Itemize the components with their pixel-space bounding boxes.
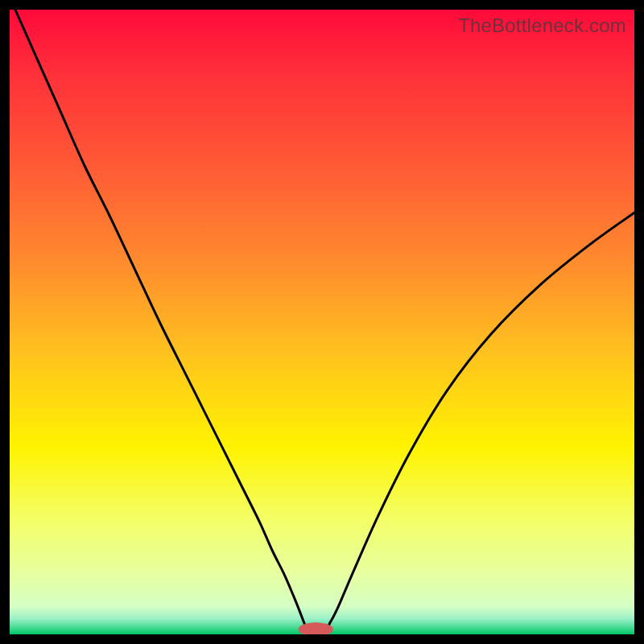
chart-stage: TheBottleneck.com: [0, 0, 644, 644]
bottleneck-chart: [10, 10, 634, 634]
gradient-background: [10, 10, 634, 634]
plot-area: TheBottleneck.com: [10, 10, 634, 634]
